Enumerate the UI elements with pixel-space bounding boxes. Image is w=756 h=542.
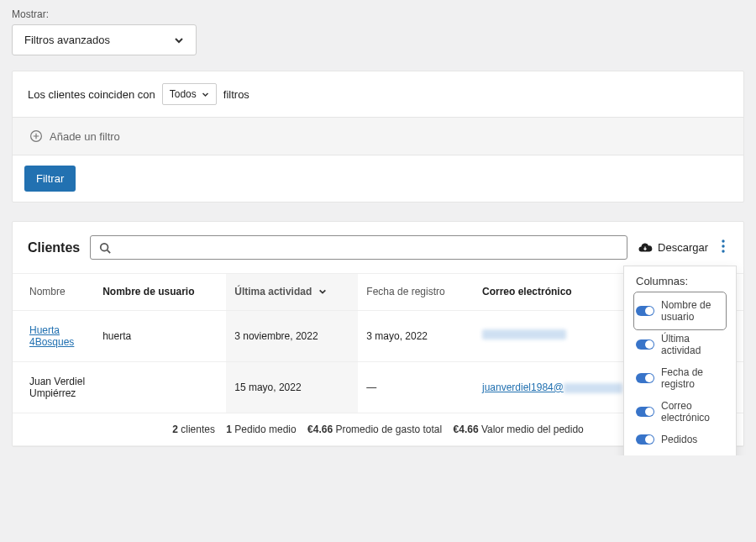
column-toggle-label: Correo electrónico [661, 400, 724, 424]
summary-valor-t: Valor medio del pedido [481, 424, 584, 435]
cell-registro: — [358, 361, 474, 413]
add-filter-label: Añade un filtro [50, 130, 120, 143]
column-toggle-item[interactable]: Pedidos [636, 429, 724, 450]
toggle-on-icon[interactable] [636, 339, 654, 350]
cell-ultima: 15 mayo, 2022 [226, 361, 358, 413]
column-toggle-label: Última actividad [661, 333, 724, 356]
add-filter-button[interactable]: Añade un filtro [13, 117, 743, 155]
customer-name-link[interactable]: Huerta 4Bosques [29, 324, 74, 348]
filter-button[interactable]: Filtrar [24, 166, 76, 192]
column-toggle-label: Nombre de usuario [661, 299, 724, 323]
match-text-pre: Los clientes coinciden con [28, 88, 155, 101]
kebab-icon [722, 239, 725, 253]
col-ultima-label: Última actividad [234, 286, 312, 297]
download-button[interactable]: Descargar [638, 240, 708, 255]
svg-point-3 [722, 245, 724, 247]
columns-title: Columnas: [636, 275, 724, 287]
column-toggle-item[interactable]: Nombre de usuario [636, 294, 724, 328]
kebab-menu-button[interactable] [718, 239, 728, 255]
blurred-email [482, 329, 566, 339]
customer-name: Juan Verdiel Umpiérrez [13, 361, 94, 413]
email-link[interactable]: juanverdiel1984@ [482, 382, 564, 393]
svg-point-2 [722, 239, 724, 242]
search-input[interactable] [118, 241, 618, 254]
col-registro[interactable]: Fecha de registro [358, 274, 474, 311]
chevron-down-icon [318, 287, 327, 296]
customers-card: Clientes Descargar Nombre Nombre de usua… [12, 221, 744, 447]
column-toggle-item[interactable]: Gasto total [636, 450, 724, 455]
advanced-filters-label: Filtros avanzados [24, 34, 110, 46]
summary-clientes-n: 2 [172, 424, 178, 435]
cell-registro: 3 mayo, 2022 [358, 310, 474, 361]
download-label: Descargar [658, 241, 708, 254]
summary-valor-n: €4.66 [454, 424, 479, 435]
svg-point-1 [101, 243, 108, 250]
toggle-on-icon[interactable] [636, 407, 654, 417]
plus-circle-icon [29, 129, 43, 143]
col-ultima-actividad[interactable]: Última actividad [226, 274, 358, 311]
cell-usuario: huerta [94, 310, 226, 361]
chevron-down-icon [202, 91, 209, 98]
toggle-on-icon[interactable] [636, 306, 654, 316]
column-toggle-item[interactable]: Fecha de registro [636, 361, 724, 395]
summary-gasto-t: Promedio de gasto total [335, 424, 442, 435]
match-all-select[interactable]: Todos [162, 83, 217, 105]
match-select-label: Todos [170, 88, 197, 100]
column-toggle-item[interactable]: Correo electrónico [636, 395, 724, 429]
toggle-on-icon[interactable] [636, 434, 654, 445]
col-usuario[interactable]: Nombre de usuario [94, 274, 226, 311]
summary-gasto-n: €4.66 [307, 424, 333, 435]
blurred-email-part [564, 383, 622, 393]
summary-pedido-t: Pedido medio [234, 424, 296, 435]
summary-clientes-t: clientes [181, 424, 215, 435]
search-icon [99, 242, 111, 254]
cell-usuario [94, 361, 226, 413]
svg-point-4 [722, 250, 724, 252]
summary-pedido-n: 1 [226, 424, 232, 435]
advanced-filters-select[interactable]: Filtros avanzados [12, 24, 197, 55]
chevron-down-icon [174, 35, 184, 45]
search-input-wrap[interactable] [90, 235, 627, 260]
filter-card: Los clientes coinciden con Todos filtros… [12, 71, 744, 203]
columns-dropdown: Columnas: Nombre de usuario Última activ… [623, 266, 737, 455]
filter-match-row: Los clientes coinciden con Todos filtros [13, 71, 743, 117]
column-toggle-label: Fecha de registro [661, 366, 724, 390]
column-toggle-label: Pedidos [661, 434, 697, 445]
mostrar-label: Mostrar: [12, 8, 744, 20]
toggle-on-icon[interactable] [636, 373, 654, 383]
cell-ultima: 3 noviembre, 2022 [226, 310, 358, 361]
page-title: Clientes [28, 240, 80, 255]
filter-footer: Filtrar [13, 155, 743, 202]
match-text-post: filtros [223, 88, 249, 101]
col-nombre[interactable]: Nombre [13, 274, 94, 311]
cloud-download-icon [638, 240, 653, 255]
column-toggle-item[interactable]: Última actividad [636, 328, 724, 361]
